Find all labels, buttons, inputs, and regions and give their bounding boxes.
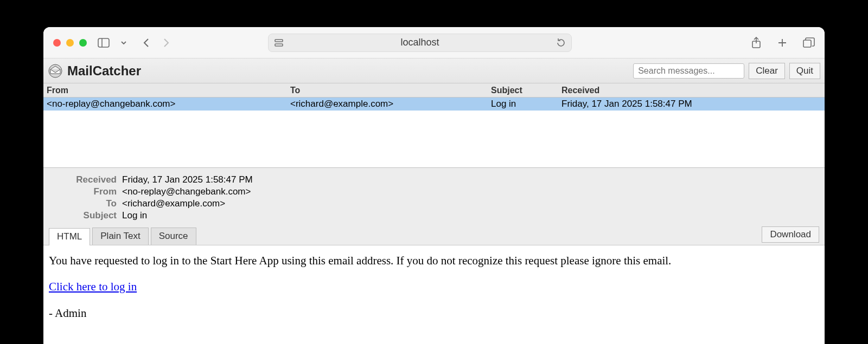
column-header-to[interactable]: To bbox=[290, 86, 491, 95]
chevron-down-icon[interactable] bbox=[120, 40, 127, 46]
new-tab-icon[interactable] bbox=[777, 37, 788, 49]
browser-window: localhost MailCatcher Clear Quit bbox=[43, 27, 825, 344]
body-paragraph: You have requested to log in to the Star… bbox=[49, 253, 819, 268]
detail-value-subject: Log in bbox=[122, 210, 825, 221]
detail-value-received: Friday, 17 Jan 2025 1:58:47 PM bbox=[122, 174, 825, 185]
tab-plain-text[interactable]: Plain Text bbox=[92, 228, 148, 245]
reload-icon[interactable] bbox=[556, 38, 566, 48]
message-body: You have requested to log in to the Star… bbox=[43, 245, 825, 339]
detail-label-subject: Subject bbox=[43, 210, 122, 221]
svg-rect-8 bbox=[803, 40, 811, 47]
message-subject: Log in bbox=[491, 99, 561, 109]
detail-label-from: From bbox=[43, 186, 122, 197]
url-bar[interactable]: localhost bbox=[268, 34, 572, 52]
detail-label-to: To bbox=[43, 198, 122, 209]
forward-button[interactable] bbox=[162, 37, 170, 48]
login-link[interactable]: Click here to log in bbox=[49, 280, 137, 293]
tab-source[interactable]: Source bbox=[151, 228, 196, 245]
app-title: MailCatcher bbox=[67, 63, 141, 79]
maximize-window-button[interactable] bbox=[79, 39, 87, 47]
search-input[interactable] bbox=[633, 63, 744, 79]
quit-button[interactable]: Quit bbox=[789, 63, 820, 79]
body-signature: - Admin bbox=[49, 306, 819, 321]
download-button[interactable]: Download bbox=[762, 226, 819, 243]
app-header: MailCatcher Clear Quit bbox=[43, 59, 825, 83]
svg-rect-3 bbox=[275, 44, 283, 46]
svg-rect-0 bbox=[98, 38, 109, 47]
minimize-window-button[interactable] bbox=[66, 39, 74, 47]
message-received: Friday, 17 Jan 2025 1:58:47 PM bbox=[561, 99, 825, 109]
detail-label-received: Received bbox=[43, 174, 122, 185]
message-row[interactable]: <no-replay@changebank.com> <richard@exam… bbox=[43, 98, 825, 111]
back-button[interactable] bbox=[142, 37, 151, 48]
column-headers: From To Subject Received bbox=[43, 83, 825, 98]
sidebar-toggle-icon[interactable] bbox=[98, 38, 110, 48]
column-header-from[interactable]: From bbox=[43, 86, 290, 95]
tabs-overview-icon[interactable] bbox=[803, 37, 815, 49]
detail-value-to: <richard@example.com> bbox=[122, 198, 825, 209]
traffic-lights bbox=[53, 39, 87, 47]
close-window-button[interactable] bbox=[53, 39, 61, 47]
tab-html[interactable]: HTML bbox=[49, 228, 90, 245]
clear-button[interactable]: Clear bbox=[749, 63, 785, 79]
column-header-received[interactable]: Received bbox=[561, 86, 825, 95]
message-list[interactable]: <no-replay@changebank.com> <richard@exam… bbox=[43, 98, 825, 168]
svg-rect-2 bbox=[275, 40, 283, 42]
site-settings-icon[interactable] bbox=[274, 38, 284, 47]
share-icon[interactable] bbox=[751, 37, 762, 49]
url-text: localhost bbox=[284, 37, 556, 48]
mailcatcher-logo-icon bbox=[48, 63, 63, 79]
column-header-subject[interactable]: Subject bbox=[491, 86, 561, 95]
detail-value-from: <no-replay@changebank.com> bbox=[122, 186, 825, 197]
browser-chrome: localhost bbox=[43, 27, 825, 59]
message-detail-header: Received Friday, 17 Jan 2025 1:58:47 PM … bbox=[43, 168, 825, 245]
tabs-row: HTML Plain Text Source Download bbox=[43, 225, 825, 245]
message-to: <richard@example.com> bbox=[290, 99, 491, 109]
message-from: <no-replay@changebank.com> bbox=[43, 99, 290, 109]
